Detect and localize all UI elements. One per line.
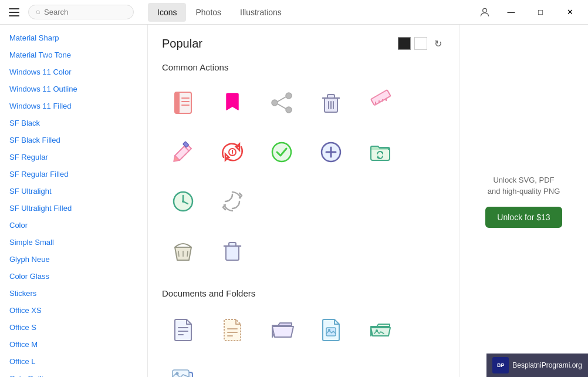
icon-clock[interactable] xyxy=(162,180,204,223)
account-icon xyxy=(479,6,491,18)
search-input[interactable] xyxy=(44,8,126,16)
svg-point-8 xyxy=(286,93,292,99)
watermark-logo: BP xyxy=(492,357,509,373)
icon-landscape-photos[interactable] xyxy=(162,357,204,377)
sidebar: Material Sharp Material Two Tone Windows… xyxy=(0,25,148,377)
minimize-icon: — xyxy=(508,8,515,16)
icon-refresh[interactable] xyxy=(211,180,254,223)
sidebar-item-sf-regular[interactable]: SF Regular xyxy=(0,149,147,166)
icon-sync-alert[interactable] xyxy=(211,131,254,173)
tab-illustrations[interactable]: Illustrations xyxy=(231,3,291,22)
right-panel: Unlock SVG, PDFand high-quality PNG Unlo… xyxy=(459,25,588,377)
icon-sync-folder[interactable] xyxy=(359,131,401,173)
sidebar-item-glyph-neue[interactable]: Glyph Neue xyxy=(0,251,147,268)
svg-point-51 xyxy=(328,329,330,331)
color-swatch-area: ↻ xyxy=(398,36,445,51)
sidebar-item-office-xs[interactable]: Office XS xyxy=(0,302,147,319)
icon-document[interactable] xyxy=(162,308,204,350)
sidebar-item-stickers[interactable]: Stickers xyxy=(0,285,147,302)
refresh-color-button[interactable]: ↻ xyxy=(431,36,445,51)
svg-point-10 xyxy=(272,100,278,106)
content-area: Popular ↻ Common Actions xyxy=(148,25,459,377)
close-icon: ✕ xyxy=(567,8,573,16)
sidebar-item-simple-small[interactable]: Simple Small xyxy=(0,234,147,251)
minimize-button[interactable]: — xyxy=(498,3,525,22)
swatch-white[interactable] xyxy=(414,37,427,50)
icon-share[interactable] xyxy=(261,82,303,124)
unlock-button[interactable]: Unlock for $13 xyxy=(485,207,562,228)
svg-point-29 xyxy=(272,143,291,161)
icon-trash-can[interactable] xyxy=(211,230,254,272)
sidebar-item-sf-regular-filled[interactable]: SF Regular Filled xyxy=(0,166,147,183)
search-box[interactable] xyxy=(28,5,134,19)
maximize-button[interactable]: □ xyxy=(527,3,554,22)
sidebar-item-windows-11-color[interactable]: Windows 11 Color xyxy=(0,63,147,80)
section-title-common-actions: Common Actions xyxy=(162,62,445,72)
account-button[interactable] xyxy=(474,2,495,23)
svg-line-1 xyxy=(39,13,40,14)
svg-point-28 xyxy=(232,153,233,154)
sidebar-item-office-s[interactable]: Office S xyxy=(0,319,147,336)
icon-add-circle[interactable] xyxy=(310,131,352,173)
swatch-black[interactable] xyxy=(398,37,411,50)
icon-folder-open[interactable] xyxy=(261,308,303,350)
icon-image-document[interactable] xyxy=(310,308,352,350)
sidebar-item-office-l[interactable]: Office L xyxy=(0,353,147,370)
watermark-text: BesplatniProgrami.org xyxy=(512,361,582,369)
svg-rect-4 xyxy=(175,92,180,113)
svg-line-40 xyxy=(187,251,188,257)
svg-point-2 xyxy=(483,8,487,12)
svg-point-56 xyxy=(176,372,179,375)
hamburger-icon xyxy=(9,8,19,16)
section-common-actions: Common Actions xyxy=(162,62,445,272)
svg-line-38 xyxy=(178,251,179,257)
sidebar-item-material-two-tone[interactable]: Material Two Tone xyxy=(0,46,147,63)
sidebar-item-windows-11-outline[interactable]: Windows 11 Outline xyxy=(0,80,147,97)
icon-grid-documents-folders xyxy=(162,308,445,377)
svg-rect-41 xyxy=(226,246,239,260)
search-icon xyxy=(36,8,40,16)
svg-point-9 xyxy=(286,107,292,113)
icon-document-lines[interactable] xyxy=(211,308,254,350)
icon-grid-common-actions-row2 xyxy=(162,230,445,272)
tab-photos[interactable]: Photos xyxy=(186,3,231,22)
close-button[interactable]: ✕ xyxy=(556,3,583,22)
icon-bookmark[interactable] xyxy=(211,82,254,124)
section-documents-folders: Documents and Folders xyxy=(162,288,445,377)
nav-tabs: Icons Photos Illustrations xyxy=(148,3,291,22)
icon-folder-photos[interactable] xyxy=(359,308,401,350)
icon-trash-basket[interactable] xyxy=(162,230,204,272)
watermark: BP BesplatniProgrami.org xyxy=(486,354,588,377)
icon-trash[interactable] xyxy=(310,82,352,124)
svg-rect-19 xyxy=(371,90,391,105)
popular-title: Popular xyxy=(162,37,202,51)
svg-rect-15 xyxy=(327,95,334,98)
icon-pencil[interactable] xyxy=(162,131,204,173)
maximize-icon: □ xyxy=(538,8,543,16)
svg-point-52 xyxy=(376,329,378,332)
window-controls: — □ ✕ xyxy=(474,2,583,23)
svg-rect-43 xyxy=(229,243,236,246)
main-area: Material Sharp Material Two Tone Windows… xyxy=(0,25,588,377)
svg-line-12 xyxy=(278,104,286,109)
hamburger-menu[interactable] xyxy=(5,3,23,22)
icon-check-circle[interactable] xyxy=(261,131,303,173)
sidebar-item-cute-outline[interactable]: Cute Outline xyxy=(0,370,147,377)
svg-line-11 xyxy=(278,97,286,102)
svg-point-37 xyxy=(182,200,184,203)
sidebar-item-windows-11-filled[interactable]: Windows 11 Filled xyxy=(0,97,147,115)
sidebar-item-sf-ultralight-filled[interactable]: SF Ultralight Filled xyxy=(0,200,147,217)
sidebar-item-material-sharp[interactable]: Material Sharp xyxy=(0,29,147,46)
svg-point-0 xyxy=(36,11,39,14)
icon-notebook[interactable] xyxy=(162,82,204,124)
sidebar-item-sf-black[interactable]: SF Black xyxy=(0,115,147,132)
sidebar-item-sf-black-filled[interactable]: SF Black Filled xyxy=(0,132,147,149)
sidebar-item-sf-ultralight[interactable]: SF Ultralight xyxy=(0,183,147,200)
popular-header: Popular ↻ xyxy=(162,36,445,51)
sidebar-item-office-m[interactable]: Office M xyxy=(0,336,147,353)
icon-ruler[interactable] xyxy=(359,82,401,124)
sidebar-item-color[interactable]: Color xyxy=(0,217,147,234)
unlock-description: Unlock SVG, PDFand high-quality PNG xyxy=(488,174,560,197)
tab-icons[interactable]: Icons xyxy=(148,3,186,22)
sidebar-item-color-glass[interactable]: Color Glass xyxy=(0,268,147,285)
